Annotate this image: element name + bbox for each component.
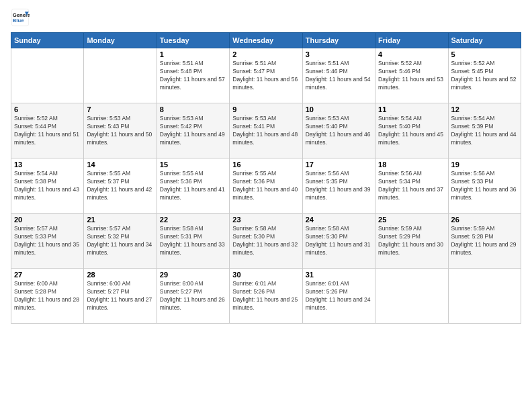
header-row: SundayMondayTuesdayWednesdayThursdayFrid…: [11, 33, 521, 48]
calendar-cell: 17Sunrise: 5:56 AM Sunset: 5:35 PM Dayli…: [302, 158, 375, 214]
day-number: 29: [160, 271, 226, 279]
day-info: Sunrise: 5:53 AM Sunset: 5:40 PM Dayligh…: [306, 115, 372, 147]
day-number: 2: [232, 50, 299, 58]
day-info: Sunrise: 5:51 AM Sunset: 5:47 PM Dayligh…: [232, 60, 299, 92]
day-info: Sunrise: 5:52 AM Sunset: 5:46 PM Dayligh…: [378, 60, 445, 92]
day-number: 26: [451, 216, 518, 224]
week-row-0: 1Sunrise: 5:51 AM Sunset: 5:48 PM Daylig…: [11, 48, 521, 103]
day-info: Sunrise: 6:01 AM Sunset: 5:26 PM Dayligh…: [232, 280, 299, 312]
day-number: 14: [87, 161, 153, 169]
day-number: 31: [306, 271, 372, 279]
calendar-cell: 18Sunrise: 5:56 AM Sunset: 5:34 PM Dayli…: [375, 158, 448, 214]
week-row-1: 6Sunrise: 5:52 AM Sunset: 5:44 PM Daylig…: [11, 103, 521, 158]
day-info: Sunrise: 5:56 AM Sunset: 5:35 PM Dayligh…: [306, 170, 372, 202]
calendar-cell: 10Sunrise: 5:53 AM Sunset: 5:40 PM Dayli…: [302, 103, 375, 158]
calendar-cell: [84, 48, 157, 103]
calendar-cell: 14Sunrise: 5:55 AM Sunset: 5:37 PM Dayli…: [84, 158, 157, 214]
calendar-cell: 24Sunrise: 5:58 AM Sunset: 5:30 PM Dayli…: [302, 214, 375, 269]
day-number: 11: [378, 105, 445, 113]
calendar-cell: 25Sunrise: 5:59 AM Sunset: 5:29 PM Dayli…: [375, 214, 448, 269]
day-info: Sunrise: 5:59 AM Sunset: 5:28 PM Dayligh…: [451, 225, 518, 257]
calendar-cell: 3Sunrise: 5:51 AM Sunset: 5:46 PM Daylig…: [302, 48, 375, 103]
day-info: Sunrise: 5:51 AM Sunset: 5:46 PM Dayligh…: [306, 60, 372, 92]
header-day-sunday: Sunday: [11, 33, 84, 48]
calendar-body: 1Sunrise: 5:51 AM Sunset: 5:48 PM Daylig…: [11, 48, 521, 324]
day-number: 22: [160, 216, 226, 224]
day-info: Sunrise: 5:55 AM Sunset: 5:36 PM Dayligh…: [160, 170, 226, 202]
day-info: Sunrise: 5:53 AM Sunset: 5:43 PM Dayligh…: [87, 115, 153, 147]
day-number: 25: [378, 216, 445, 224]
calendar-cell: 9Sunrise: 5:53 AM Sunset: 5:41 PM Daylig…: [230, 103, 302, 158]
calendar-cell: 6Sunrise: 5:52 AM Sunset: 5:44 PM Daylig…: [11, 103, 84, 158]
calendar-cell: 11Sunrise: 5:54 AM Sunset: 5:40 PM Dayli…: [375, 103, 448, 158]
calendar-cell: 29Sunrise: 6:00 AM Sunset: 5:27 PM Dayli…: [157, 269, 229, 324]
day-info: Sunrise: 5:51 AM Sunset: 5:48 PM Dayligh…: [160, 60, 226, 92]
day-number: 18: [378, 161, 445, 169]
svg-text:Blue: Blue: [13, 17, 24, 24]
day-number: 9: [232, 105, 299, 113]
calendar-header: SundayMondayTuesdayWednesdayThursdayFrid…: [11, 33, 521, 48]
day-number: 5: [451, 50, 518, 58]
calendar-cell: 13Sunrise: 5:54 AM Sunset: 5:38 PM Dayli…: [11, 158, 84, 214]
day-info: Sunrise: 5:56 AM Sunset: 5:33 PM Dayligh…: [451, 170, 518, 202]
header-day-tuesday: Tuesday: [157, 33, 229, 48]
day-number: 19: [451, 161, 518, 169]
day-info: Sunrise: 5:58 AM Sunset: 5:31 PM Dayligh…: [160, 225, 226, 257]
day-number: 1: [160, 50, 226, 58]
day-info: Sunrise: 5:55 AM Sunset: 5:36 PM Dayligh…: [232, 170, 299, 202]
day-info: Sunrise: 5:54 AM Sunset: 5:40 PM Dayligh…: [378, 115, 445, 147]
calendar-cell: 28Sunrise: 6:00 AM Sunset: 5:27 PM Dayli…: [84, 269, 157, 324]
day-number: 15: [160, 161, 226, 169]
calendar-cell: 21Sunrise: 5:57 AM Sunset: 5:32 PM Dayli…: [84, 214, 157, 269]
calendar-cell: 1Sunrise: 5:51 AM Sunset: 5:48 PM Daylig…: [157, 48, 229, 103]
calendar-cell: 5Sunrise: 5:52 AM Sunset: 5:45 PM Daylig…: [448, 48, 521, 103]
day-info: Sunrise: 5:52 AM Sunset: 5:45 PM Dayligh…: [451, 60, 518, 92]
day-number: 21: [87, 216, 153, 224]
day-number: 8: [160, 105, 226, 113]
calendar-cell: 12Sunrise: 5:54 AM Sunset: 5:39 PM Dayli…: [448, 103, 521, 158]
day-number: 30: [232, 271, 299, 279]
calendar-table: SundayMondayTuesdayWednesdayThursdayFrid…: [11, 32, 521, 324]
day-info: Sunrise: 5:58 AM Sunset: 5:30 PM Dayligh…: [232, 225, 299, 257]
day-number: 28: [87, 271, 153, 279]
week-row-2: 13Sunrise: 5:54 AM Sunset: 5:38 PM Dayli…: [11, 158, 521, 214]
week-row-3: 20Sunrise: 5:57 AM Sunset: 5:33 PM Dayli…: [11, 214, 521, 269]
day-info: Sunrise: 5:54 AM Sunset: 5:38 PM Dayligh…: [14, 170, 81, 202]
day-number: 27: [14, 271, 81, 279]
day-number: 17: [306, 161, 372, 169]
header-day-friday: Friday: [375, 33, 448, 48]
header-day-monday: Monday: [84, 33, 157, 48]
week-row-4: 27Sunrise: 6:00 AM Sunset: 5:28 PM Dayli…: [11, 269, 521, 324]
day-info: Sunrise: 6:01 AM Sunset: 5:26 PM Dayligh…: [306, 280, 372, 312]
header: General Blue: [11, 8, 521, 27]
day-info: Sunrise: 5:58 AM Sunset: 5:30 PM Dayligh…: [306, 225, 372, 257]
day-info: Sunrise: 6:00 AM Sunset: 5:28 PM Dayligh…: [14, 280, 81, 312]
day-number: 20: [14, 216, 81, 224]
calendar-cell: [448, 269, 521, 324]
day-number: 23: [232, 216, 299, 224]
calendar-cell: [375, 269, 448, 324]
calendar-cell: 31Sunrise: 6:01 AM Sunset: 5:26 PM Dayli…: [302, 269, 375, 324]
logo-icon: General Blue: [11, 8, 30, 27]
calendar-cell: 26Sunrise: 5:59 AM Sunset: 5:28 PM Dayli…: [448, 214, 521, 269]
day-info: Sunrise: 6:00 AM Sunset: 5:27 PM Dayligh…: [87, 280, 153, 312]
calendar-cell: 16Sunrise: 5:55 AM Sunset: 5:36 PM Dayli…: [230, 158, 302, 214]
calendar-cell: [11, 48, 84, 103]
day-info: Sunrise: 6:00 AM Sunset: 5:27 PM Dayligh…: [160, 280, 226, 312]
day-info: Sunrise: 5:55 AM Sunset: 5:37 PM Dayligh…: [87, 170, 153, 202]
day-info: Sunrise: 5:54 AM Sunset: 5:39 PM Dayligh…: [451, 115, 518, 147]
calendar-cell: 7Sunrise: 5:53 AM Sunset: 5:43 PM Daylig…: [84, 103, 157, 158]
page: General Blue SundayMondayTuesdayWednesda…: [0, 0, 532, 411]
logo: General Blue: [11, 8, 30, 27]
day-number: 12: [451, 105, 518, 113]
calendar-cell: 23Sunrise: 5:58 AM Sunset: 5:30 PM Dayli…: [230, 214, 302, 269]
day-number: 13: [14, 161, 81, 169]
day-info: Sunrise: 5:53 AM Sunset: 5:42 PM Dayligh…: [160, 115, 226, 147]
day-info: Sunrise: 5:53 AM Sunset: 5:41 PM Dayligh…: [232, 115, 299, 147]
day-number: 10: [306, 105, 372, 113]
day-number: 3: [306, 50, 372, 58]
day-info: Sunrise: 5:57 AM Sunset: 5:33 PM Dayligh…: [14, 225, 81, 257]
calendar-cell: 19Sunrise: 5:56 AM Sunset: 5:33 PM Dayli…: [448, 158, 521, 214]
day-info: Sunrise: 5:56 AM Sunset: 5:34 PM Dayligh…: [378, 170, 445, 202]
day-info: Sunrise: 5:59 AM Sunset: 5:29 PM Dayligh…: [378, 225, 445, 257]
